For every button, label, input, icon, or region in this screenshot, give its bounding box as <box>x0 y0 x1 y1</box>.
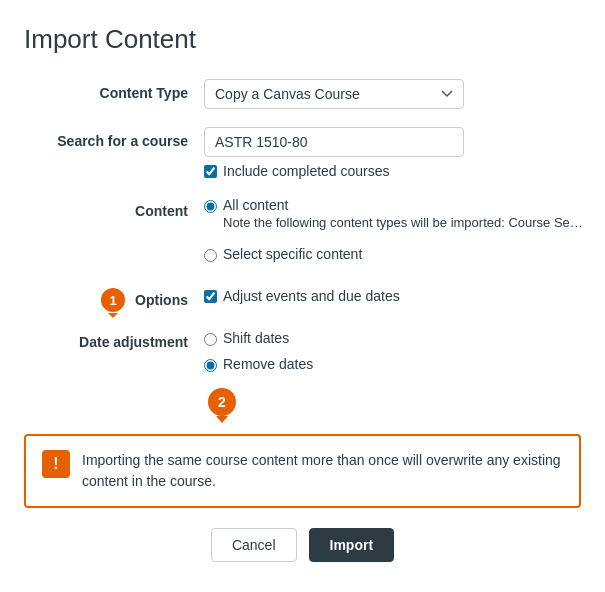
search-label: Search for a course <box>24 127 204 149</box>
button-row: Cancel Import <box>24 528 581 562</box>
select-specific-label: Select specific content <box>223 246 362 262</box>
search-input[interactable] <box>204 127 464 157</box>
select-specific-radio[interactable] <box>204 249 217 262</box>
options-label: Options <box>135 292 188 308</box>
import-button[interactable]: Import <box>309 528 395 562</box>
warning-icon: ! <box>42 450 70 478</box>
content-label: Content <box>24 197 204 219</box>
cancel-button[interactable]: Cancel <box>211 528 297 562</box>
warning-text: Importing the same course content more t… <box>82 450 563 492</box>
badge-1: 1 <box>101 288 125 312</box>
remove-dates-radio[interactable] <box>204 359 217 372</box>
include-completed-checkbox[interactable] <box>204 165 217 178</box>
all-content-note: Note the following content types will be… <box>223 215 583 230</box>
content-type-label: Content Type <box>24 79 204 101</box>
warning-box: ! Importing the same course content more… <box>24 434 581 508</box>
content-type-select[interactable]: Copy a Canvas Course <box>204 79 464 109</box>
shift-dates-radio[interactable] <box>204 333 217 346</box>
all-content-label: All content <box>223 197 288 213</box>
date-adjustment-label: Date adjustment <box>24 330 204 350</box>
adjust-events-checkbox[interactable] <box>204 290 217 303</box>
all-content-radio[interactable] <box>204 200 217 213</box>
page-title: Import Content <box>24 24 581 55</box>
remove-dates-label: Remove dates <box>223 356 313 372</box>
include-completed-label: Include completed courses <box>223 163 390 179</box>
badge-2: 2 <box>208 388 236 416</box>
adjust-events-label: Adjust events and due dates <box>223 288 400 304</box>
shift-dates-label: Shift dates <box>223 330 289 346</box>
